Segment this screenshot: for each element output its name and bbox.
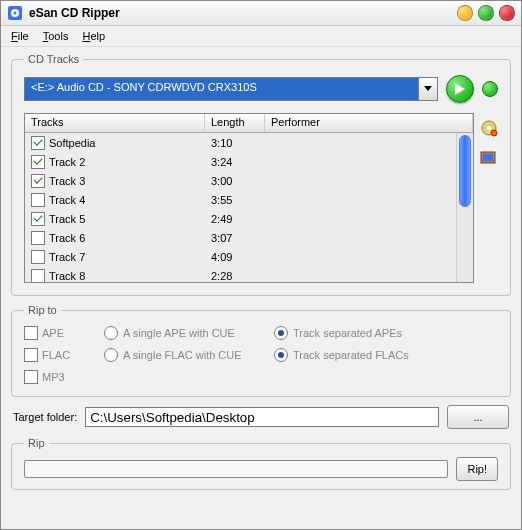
scrollbar-thumb[interactable] — [459, 135, 471, 207]
target-folder-label: Target folder: — [13, 411, 77, 423]
track-name: Track 5 — [49, 213, 85, 225]
menu-tools[interactable]: Tools — [37, 28, 75, 44]
column-tracks[interactable]: Tracks — [25, 114, 205, 132]
rip-progress — [24, 460, 448, 478]
app-window: eSan CD Ripper File Tools Help CD Tracks… — [0, 0, 522, 530]
mp3-label: MP3 — [42, 371, 65, 383]
drive-combo[interactable]: <E:> Audio CD - SONY CDRWDVD CRX310S — [24, 77, 438, 101]
menu-help[interactable]: Help — [76, 28, 111, 44]
table-row[interactable]: Track 23:24 — [25, 152, 473, 171]
track-length: 3:07 — [205, 232, 265, 244]
minimize-button[interactable] — [457, 5, 473, 21]
track-checkbox[interactable] — [31, 231, 45, 245]
track-scrollbar[interactable] — [456, 133, 473, 282]
track-length: 3:00 — [205, 175, 265, 187]
table-row[interactable]: Track 82:28 — [25, 266, 473, 282]
drive-combo-value: <E:> Audio CD - SONY CDRWDVD CRX310S — [25, 78, 418, 100]
track-checkbox[interactable] — [31, 174, 45, 188]
track-checkbox[interactable] — [31, 193, 45, 207]
cd-tracks-legend: CD Tracks — [24, 53, 83, 65]
rip-to-group: Rip to APE A single APE with CUE Track s… — [11, 304, 511, 397]
track-length: 4:09 — [205, 251, 265, 263]
track-name: Track 7 — [49, 251, 85, 263]
track-checkbox[interactable] — [31, 269, 45, 283]
flac-label: FLAC — [42, 349, 70, 361]
menu-file[interactable]: File — [5, 28, 35, 44]
ape-single-label: A single APE with CUE — [123, 327, 235, 339]
table-row[interactable]: Track 63:07 — [25, 228, 473, 247]
ape-single-radio[interactable] — [104, 326, 118, 340]
svg-point-5 — [491, 130, 497, 136]
ape-label: APE — [42, 327, 64, 339]
track-name: Track 2 — [49, 156, 85, 168]
app-title: eSan CD Ripper — [29, 6, 457, 20]
menubar: File Tools Help — [1, 26, 521, 47]
target-folder-row: Target folder: ... — [11, 405, 511, 429]
rip-group: Rip Rip! — [11, 437, 511, 490]
ape-checkbox[interactable] — [24, 326, 38, 340]
ape-sep-radio[interactable] — [274, 326, 288, 340]
svg-rect-7 — [483, 154, 493, 161]
track-length: 3:55 — [205, 194, 265, 206]
drive-combo-arrow[interactable] — [418, 78, 437, 100]
flac-sep-radio[interactable] — [274, 348, 288, 362]
play-button[interactable] — [446, 75, 474, 103]
table-row[interactable]: Track 74:09 — [25, 247, 473, 266]
table-row[interactable]: Track 33:00 — [25, 171, 473, 190]
table-row[interactable]: Track 43:55 — [25, 190, 473, 209]
flac-checkbox[interactable] — [24, 348, 38, 362]
titlebar: eSan CD Ripper — [1, 1, 521, 26]
settings-icon[interactable] — [480, 149, 498, 167]
flac-single-label: A single FLAC with CUE — [123, 349, 242, 361]
track-name: Softpedia — [49, 137, 95, 149]
svg-point-2 — [14, 12, 17, 15]
mp3-checkbox[interactable] — [24, 370, 38, 384]
svg-point-4 — [487, 126, 491, 130]
rip-legend: Rip — [24, 437, 49, 449]
column-performer[interactable]: Performer — [265, 114, 473, 132]
track-checkbox[interactable] — [31, 155, 45, 169]
flac-sep-label: Track separated FLACs — [293, 349, 409, 361]
track-checkbox[interactable] — [31, 250, 45, 264]
browse-button[interactable]: ... — [447, 405, 509, 429]
flac-single-radio[interactable] — [104, 348, 118, 362]
track-checkbox[interactable] — [31, 212, 45, 226]
column-length[interactable]: Length — [205, 114, 265, 132]
rip-button[interactable]: Rip! — [456, 457, 498, 481]
track-name: Track 3 — [49, 175, 85, 187]
target-folder-input[interactable] — [85, 407, 439, 427]
table-row[interactable]: Track 52:49 — [25, 209, 473, 228]
cd-tracks-group: CD Tracks <E:> Audio CD - SONY CDRWDVD C… — [11, 53, 511, 296]
cddb-icon[interactable] — [480, 119, 498, 137]
track-name: Track 6 — [49, 232, 85, 244]
track-name: Track 4 — [49, 194, 85, 206]
track-length: 2:28 — [205, 270, 265, 282]
ape-sep-label: Track separated APEs — [293, 327, 402, 339]
track-checkbox[interactable] — [31, 136, 45, 150]
track-name: Track 8 — [49, 270, 85, 282]
rip-to-legend: Rip to — [24, 304, 61, 316]
maximize-button[interactable] — [478, 5, 494, 21]
track-length: 2:49 — [205, 213, 265, 225]
track-list[interactable]: Tracks Length Performer Softpedia3:10Tra… — [24, 113, 474, 283]
close-button[interactable] — [499, 5, 515, 21]
stop-button[interactable] — [482, 81, 498, 97]
table-row[interactable]: Softpedia3:10 — [25, 133, 473, 152]
app-icon — [7, 5, 23, 21]
track-length: 3:10 — [205, 137, 265, 149]
track-length: 3:24 — [205, 156, 265, 168]
